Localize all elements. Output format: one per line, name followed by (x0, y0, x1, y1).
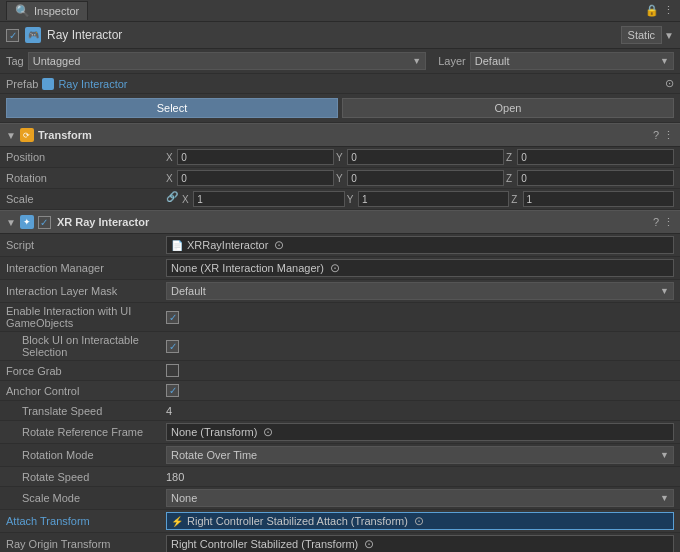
rotation-label: Rotation (6, 172, 166, 184)
xr-ref-value: None (XR Interaction Manager) (171, 262, 324, 274)
xr-ref-value: XRRayInteractor (187, 239, 268, 251)
rotation-z-input[interactable] (517, 170, 674, 186)
object-type-icon: 🎮 (25, 27, 41, 43)
xr-field-label: Rotate Speed (6, 471, 166, 483)
scale-x-input[interactable] (193, 191, 344, 207)
xr-dropdown-value: Rotate Over Time (171, 449, 257, 461)
position-z-label: Z (506, 152, 515, 163)
scale-row: Scale 🔗 X Y Z (0, 189, 680, 210)
rotation-y-field: Y (336, 170, 504, 186)
xr-field-ref[interactable]: 📄XRRayInteractor⊙ (166, 236, 674, 254)
layer-value: Default (475, 55, 510, 67)
scale-label: Scale (6, 193, 166, 205)
tag-dropdown[interactable]: Untagged ▼ (28, 52, 426, 70)
xr-enabled-checkbox[interactable] (38, 216, 51, 229)
position-y-input[interactable] (347, 149, 504, 165)
position-x-input[interactable] (177, 149, 334, 165)
transform-section-header[interactable]: ▼ ⟳ Transform ? ⋮ (0, 123, 680, 147)
xr-field-ref[interactable]: None (Transform)⊙ (166, 423, 674, 441)
transform-icon: ⟳ (20, 128, 34, 142)
rotation-x-field: X (166, 170, 334, 186)
object-enabled-checkbox[interactable] (6, 29, 19, 42)
rotation-y-input[interactable] (347, 170, 504, 186)
xr-field-ref[interactable]: None (XR Interaction Manager)⊙ (166, 259, 674, 277)
xr-controls: ? ⋮ (653, 216, 674, 229)
xr-field-checkbox[interactable] (166, 311, 179, 324)
xr-field-row: Attach Transform⚡Right Controller Stabil… (0, 510, 680, 533)
xr-field-label: Force Grab (6, 365, 166, 377)
ref-circle-button[interactable]: ⊙ (274, 238, 284, 252)
xr-field-checkbox[interactable] (166, 340, 179, 353)
xr-field-dropdown[interactable]: Rotate Over Time▼ (166, 446, 674, 464)
xr-field-row: Interaction ManagerNone (XR Interaction … (0, 257, 680, 280)
layer-dropdown-arrow: ▼ (660, 56, 669, 66)
object-header: 🎮 Ray Interactor Static ▼ (0, 22, 680, 49)
tag-label: Tag (6, 55, 24, 67)
xr-ref-value: Right Controller Stabilized (Transform) (171, 538, 358, 550)
select-button[interactable]: Select (6, 98, 338, 118)
xr-field-row: Anchor Control (0, 381, 680, 401)
xr-field-dropdown[interactable]: None▼ (166, 489, 674, 507)
inspector-tab[interactable]: 🔍 Inspector (6, 1, 88, 20)
static-dropdown-arrow[interactable]: ▼ (664, 30, 674, 41)
prefab-circle-icon[interactable]: ⊙ (665, 77, 674, 90)
position-label: Position (6, 151, 166, 163)
position-z-input[interactable] (517, 149, 674, 165)
position-row: Position X Y Z (0, 147, 680, 168)
rotation-x-label: X (166, 173, 175, 184)
static-label: Static (621, 26, 663, 44)
transform-settings-icon[interactable]: ⋮ (663, 129, 674, 142)
title-bar: 🔍 Inspector 🔒 ⋮ (0, 0, 680, 22)
open-button[interactable]: Open (342, 98, 674, 118)
ref-circle-button[interactable]: ⊙ (414, 514, 424, 528)
rotation-x-input[interactable] (177, 170, 334, 186)
prefab-row: Prefab Ray Interactor ⊙ (0, 74, 680, 94)
xr-field-row: Rotate Speed180 (0, 467, 680, 487)
object-name: Ray Interactor (47, 28, 615, 42)
layer-label: Layer (438, 55, 466, 67)
layer-dropdown[interactable]: Default ▼ (470, 52, 674, 70)
xr-field-dropdown[interactable]: Default▼ (166, 282, 674, 300)
menu-icon[interactable]: ⋮ (663, 4, 674, 17)
scale-y-input[interactable] (358, 191, 509, 207)
xr-section-header[interactable]: ▼ ✦ XR Ray Interactor ? ⋮ (0, 210, 680, 234)
xr-field-row: Translate Speed4 (0, 401, 680, 421)
prefab-icon (42, 78, 54, 90)
scale-z-label: Z (511, 194, 520, 205)
transform-help-icon[interactable]: ? (653, 129, 659, 142)
tag-layer-row: Tag Untagged ▼ Layer Default ▼ (0, 49, 680, 74)
prefab-name: Ray Interactor (58, 78, 127, 90)
xr-dropdown-value: Default (171, 285, 206, 297)
xr-field-label: Interaction Layer Mask (6, 285, 166, 297)
xr-settings-icon[interactable]: ⋮ (663, 216, 674, 229)
rotation-xyz: X Y Z (166, 170, 674, 186)
xr-dropdown-value: None (171, 492, 197, 504)
ref-circle-button[interactable]: ⊙ (330, 261, 340, 275)
scale-x-label: X (182, 194, 191, 205)
script-icon: 📄 (171, 240, 183, 251)
xr-field-ref-blue[interactable]: ⚡Right Controller Stabilized Attach (Tra… (166, 512, 674, 530)
xr-help-icon[interactable]: ? (653, 216, 659, 229)
xr-field-label: Scale Mode (6, 492, 166, 504)
position-y-label: Y (336, 152, 345, 163)
xr-field-label: Rotation Mode (6, 449, 166, 461)
position-x-field: X (166, 149, 334, 165)
xr-field-ref[interactable]: Right Controller Stabilized (Transform)⊙ (166, 535, 674, 552)
xr-field-checkbox[interactable] (166, 384, 179, 397)
rotation-z-field: Z (506, 170, 674, 186)
ref-circle-button[interactable]: ⊙ (263, 425, 273, 439)
lock-icon[interactable]: 🔒 (645, 4, 659, 17)
xr-field-row: Interaction Layer MaskDefault▼ (0, 280, 680, 303)
position-xyz: X Y Z (166, 149, 674, 165)
xr-field-checkbox[interactable] (166, 364, 179, 377)
xr-field-label: Interaction Manager (6, 262, 166, 274)
rotation-z-label: Z (506, 173, 515, 184)
xr-field-row: Enable Interaction with UI GameObjects (0, 303, 680, 332)
scale-z-input[interactable] (523, 191, 674, 207)
xr-collapse-arrow[interactable]: ▼ (6, 217, 16, 228)
scale-y-field: Y (347, 191, 510, 207)
scale-y-label: Y (347, 194, 356, 205)
position-z-field: Z (506, 149, 674, 165)
transform-collapse-arrow[interactable]: ▼ (6, 130, 16, 141)
ref-circle-button[interactable]: ⊙ (364, 537, 374, 551)
